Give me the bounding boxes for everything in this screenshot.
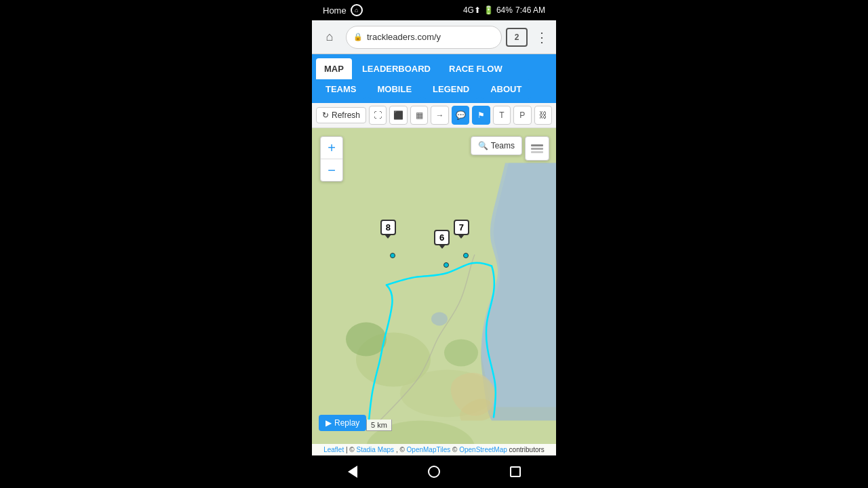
nav-tabs-row2: TEAMS MOBILE LEGEND ABOUT: [312, 79, 556, 103]
svg-point-4: [346, 323, 387, 357]
layers-button[interactable]: [525, 136, 549, 161]
svg-rect-8: [531, 148, 543, 150]
bottom-nav: [312, 455, 556, 488]
lock-icon: 🔒: [353, 33, 363, 41]
tab-legend[interactable]: LEGEND: [423, 79, 479, 99]
browser-home-button[interactable]: ⌂: [317, 25, 342, 49]
tab-map[interactable]: MAP: [316, 58, 352, 79]
map-background: [312, 128, 556, 455]
attribution-sep2: , ©: [396, 446, 407, 453]
home-label: Home: [323, 5, 347, 16]
battery-percent: 64%: [496, 5, 513, 15]
flag-button[interactable]: ⚑: [472, 106, 490, 125]
toolbar: ↻ Refresh ⛶ ⬛ ▦ → 💬 ⚑ T: [312, 103, 556, 128]
home-icon: [428, 466, 440, 478]
photo-icon: ▦: [416, 110, 423, 120]
attribution-sep1: | ©: [346, 446, 357, 453]
marker-8[interactable]: 8: [380, 220, 396, 235]
layers-icon: [530, 141, 545, 156]
fullscreen-button[interactable]: ⛶: [369, 106, 387, 125]
home-button[interactable]: [419, 457, 449, 487]
chat-icon: 💬: [456, 110, 466, 120]
scale-text: 5 km: [371, 421, 387, 429]
home-status-icon: ⌂: [351, 4, 363, 16]
browser-bar: ⌂ 🔒 trackleaders.com/y 2 ⋮: [312, 20, 556, 54]
replay-label: Replay: [334, 418, 359, 428]
marker-dot-7: [463, 253, 469, 258]
link-icon: ⛓: [539, 110, 547, 120]
marker-7[interactable]: 7: [454, 220, 469, 235]
arrow-icon: →: [436, 110, 444, 120]
chat-button[interactable]: 💬: [452, 106, 469, 125]
map-attribution: Leaflet | © Stadia Maps , © OpenMapTiles…: [312, 444, 556, 455]
zoom-out-button[interactable]: −: [321, 159, 342, 181]
recents-icon: [510, 466, 521, 477]
map-svg: [312, 128, 556, 455]
p-icon: P: [519, 110, 525, 120]
time-display: 7:46 AM: [515, 5, 545, 15]
openstreetmap-link[interactable]: OpenStreetMap: [459, 446, 507, 453]
photo-button[interactable]: ▦: [410, 106, 428, 125]
tab-race-flow[interactable]: RACE FLOW: [441, 58, 511, 79]
camera-button[interactable]: ⬛: [389, 106, 407, 125]
stadia-link[interactable]: Stadia Maps: [357, 446, 395, 453]
svg-point-6: [431, 312, 448, 326]
nav-tabs-row1: MAP LEADERBOARD RACE FLOW: [312, 54, 556, 79]
scale-bar: 5 km: [366, 420, 392, 431]
teams-label: Teams: [491, 141, 515, 150]
search-icon: 🔍: [478, 141, 488, 150]
tab-count-button[interactable]: 2: [506, 28, 528, 47]
t-button[interactable]: T: [493, 106, 511, 125]
zoom-controls: + −: [320, 136, 343, 182]
refresh-icon: ↻: [322, 110, 329, 120]
arrow-button[interactable]: →: [431, 106, 448, 125]
tab-about[interactable]: ABOUT: [481, 79, 531, 99]
fullscreen-icon: ⛶: [374, 110, 382, 120]
camera-icon: ⬛: [393, 110, 403, 120]
tab-leaderboard[interactable]: LEADERBOARD: [354, 58, 439, 79]
browser-menu-button[interactable]: ⋮: [532, 28, 551, 47]
recents-button[interactable]: [500, 457, 530, 487]
attribution-contributors: contributors: [509, 446, 545, 453]
marker-6[interactable]: 6: [434, 230, 450, 245]
back-icon: [348, 466, 357, 478]
link-button[interactable]: ⛓: [534, 106, 552, 125]
svg-rect-7: [531, 144, 543, 146]
url-bar[interactable]: 🔒 trackleaders.com/y: [346, 26, 502, 49]
refresh-button[interactable]: ↻ Refresh: [316, 107, 366, 123]
openmaptiles-link[interactable]: OpenMapTiles: [407, 446, 451, 453]
phone-frame: Home ⌂ 4G⬆ 🔋 64% 7:46 AM ⌂ 🔒 trackleader…: [312, 0, 556, 488]
refresh-label: Refresh: [332, 110, 360, 120]
svg-rect-9: [531, 151, 543, 153]
p-button[interactable]: P: [513, 106, 531, 125]
tab-teams[interactable]: TEAMS: [316, 79, 366, 99]
tab-mobile[interactable]: MOBILE: [368, 79, 422, 99]
teams-button[interactable]: 🔍 Teams: [471, 136, 522, 155]
t-icon: T: [499, 110, 504, 120]
battery-icon: 🔋: [484, 5, 494, 15]
signal-icon: 4G⬆: [463, 5, 481, 15]
marker-dot-8: [390, 253, 395, 258]
leaflet-link[interactable]: Leaflet: [323, 446, 344, 453]
replay-button[interactable]: ▶ Replay: [319, 415, 366, 431]
svg-point-5: [444, 340, 478, 367]
status-bar: Home ⌂ 4G⬆ 🔋 64% 7:46 AM: [312, 0, 556, 20]
map-container[interactable]: + − 🔍 Teams 8 7: [312, 128, 556, 455]
play-icon: ▶: [326, 418, 332, 428]
attribution-sep3: ©: [452, 446, 459, 453]
url-text: trackleaders.com/y: [367, 32, 441, 42]
back-button[interactable]: [338, 457, 368, 487]
web-content: MAP LEADERBOARD RACE FLOW TEAMS MOBILE L…: [312, 54, 556, 455]
zoom-in-button[interactable]: +: [321, 137, 342, 159]
flag-icon: ⚑: [477, 110, 485, 120]
